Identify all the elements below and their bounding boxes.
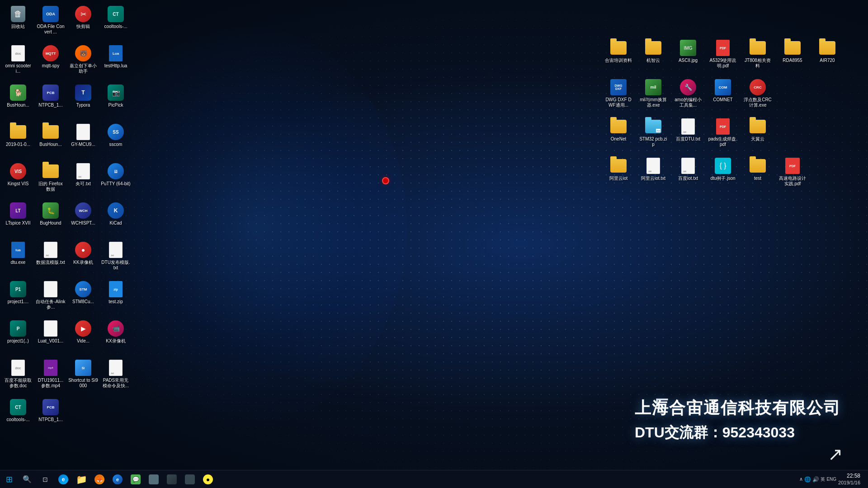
icon-wchispt[interactable]: WCH WCHISPT... — [67, 199, 99, 237]
icon-aliyun-iot-txt[interactable]: 阿里云iot.txt — [637, 154, 669, 192]
icon-a5329-pdf[interactable]: PDF A5329使用说明.pdf — [707, 36, 739, 75]
icon-shujuliumoban[interactable]: 数据流模版.txt — [35, 238, 66, 277]
icon-oda-file-convert[interactable]: ODA ODA File Convert ... — [35, 2, 66, 41]
icon-air720-folder[interactable]: AIR720 — [811, 36, 843, 75]
volume-icon[interactable]: 🔊 — [812, 476, 819, 483]
icon-jt808-folder[interactable]: JT808相关资料 — [742, 36, 774, 75]
icon-ltspice[interactable]: LT LTspice XVII — [2, 199, 34, 237]
icon-test-folder[interactable]: test — [742, 154, 774, 192]
icon-baixiang-dtu[interactable]: 百度DTU.txt — [672, 115, 704, 153]
task-view-button[interactable]: ⊡ — [36, 470, 54, 488]
icon-bushound-folder[interactable]: BusHoun... — [35, 120, 66, 159]
icon-mqtt-spy[interactable]: MQTT mqtt-spy — [35, 42, 66, 80]
icon-bushound-1[interactable]: 🐕 BusHoun... — [2, 81, 34, 119]
icon-sscom[interactable]: SS sscom — [100, 120, 132, 159]
icon-ntpcb1-b[interactable]: PCB NTPCB_1... — [35, 395, 66, 434]
icon-gaosudianlu-pdf[interactable]: PDF 高速电路设计实践.pdf — [777, 154, 808, 192]
icon-fudian-crc[interactable]: CRC 浮点数及CRC计算.exe — [742, 75, 774, 114]
icon-stm32-zip[interactable]: zip STM32 pcb.zip — [637, 115, 669, 153]
icon-dtu-json[interactable]: { } dtu例子.json — [707, 154, 739, 192]
icon-sscom-label: sscom — [109, 142, 123, 147]
icon-project1-a[interactable]: P1 project1.... — [2, 277, 34, 316]
icon-baidu-doc[interactable]: doc 百度不能获取参数.doc — [2, 356, 34, 394]
icon-cooltools2-label: cooltools-... — [6, 417, 29, 422]
icon-milmm-calc[interactable]: mil mil与mm换算器.exe — [637, 75, 669, 114]
icon-dtu-fabub[interactable]: DTU发布模版.txt — [100, 238, 132, 277]
icon-pads-pdf[interactable]: PDF pads生成焊盘.pdf — [707, 115, 739, 153]
icon-dtu-exe[interactable]: lua dtu.exe — [2, 238, 34, 277]
pacman-game-button[interactable]: ● — [199, 470, 217, 488]
icon-rda8955-folder[interactable]: RDA8955 — [777, 36, 808, 75]
icon-aliyun-iot-folder[interactable]: 阿里云iot — [603, 154, 634, 192]
icon-amo-tools[interactable]: 🔧 amo的编程小工具集... — [672, 75, 704, 114]
icon-baixiang-iot-txt[interactable]: 百度iot.txt — [672, 154, 704, 192]
icon-hexun-peixun[interactable]: 合宙培训资料 — [603, 36, 634, 75]
icon-omni-scooter[interactable]: doc omni scooter i... — [2, 42, 34, 80]
icon-yangke-label: 央可.txt — [75, 181, 90, 187]
icon-pads[interactable]: PADS常用无模命令及快... — [100, 356, 132, 394]
icon-project1-b[interactable]: P project1(..) — [2, 317, 34, 355]
icon-putty-label: PuTTY (64-bit) — [101, 181, 130, 187]
r-rda-label: RDA8955 — [783, 58, 802, 63]
icon-kx-camera[interactable]: 📹 KX录像机 — [100, 317, 132, 355]
icon-bughound[interactable]: 🐛 BugHound — [35, 199, 66, 237]
icon-kingst[interactable]: VIS Kingst VIS — [2, 160, 34, 198]
icon-kicad[interactable]: K KiCad — [100, 199, 132, 237]
icon-typora-label: Typora — [76, 103, 90, 108]
r-gaosupdf-label: 高速电路设计实践.pdf — [778, 176, 807, 187]
r-milmm-label: mil与mm换算器.exe — [638, 97, 668, 108]
icon-jizhi-yun[interactable]: 机智云 — [637, 36, 669, 75]
search-button[interactable]: 🔍 — [18, 470, 36, 488]
clock-date: 2019/1/16 — [838, 479, 860, 486]
icon-ascii-jpg[interactable]: IMG ASCII.jpg — [672, 36, 704, 75]
network-icon[interactable]: 🌐 — [804, 476, 811, 483]
show-desktop-button[interactable] — [862, 470, 864, 488]
eng-indicator[interactable]: ENG — [826, 477, 836, 482]
r-ascii-label: ASCII.jpg — [679, 58, 698, 63]
edge-taskbar-button[interactable]: e — [54, 470, 72, 488]
icon-gymcu9[interactable]: GY-MCU9... — [67, 120, 99, 159]
icon-old-firefox[interactable]: 旧的 Firefox 数据 — [35, 160, 66, 198]
unknown-app-3[interactable] — [181, 470, 199, 488]
icon-zidongrenwu[interactable]: 自动任务-Alink参... — [35, 277, 66, 316]
r-comnet-label: COMNET — [713, 97, 732, 103]
company-branding: 上海合宙通信科技有限公司 DTU交流群：952343033 — [635, 397, 841, 443]
icon-dtu190-mp4[interactable]: mp4 DTU19011...参数.mp4 — [35, 356, 66, 394]
ime-indicator[interactable]: 英 — [821, 476, 825, 483]
pacman-icon: ● — [203, 474, 213, 484]
icon-video-app[interactable]: ▶ Vide... — [67, 317, 99, 355]
clock-display[interactable]: 22:58 2019/1/16 — [838, 473, 860, 486]
icon-onenet-folder[interactable]: OneNet — [603, 115, 634, 153]
icon-kk-recorder[interactable]: ● KK录像机 — [67, 238, 99, 277]
icon-cooltools-1[interactable]: CT cooltools-... — [100, 2, 132, 41]
icon-dwg-dxf[interactable]: DWGDXF DWG DXF DWF通用... — [603, 75, 634, 114]
icon-yangke-txt[interactable]: 央可.txt — [67, 160, 99, 198]
icon-testzip[interactable]: zip test.zip — [100, 277, 132, 316]
tray-arrow-icon[interactable]: ∧ — [799, 476, 803, 482]
file-explorer-taskbar-button[interactable]: 📁 — [72, 470, 90, 488]
txt-icon-3 — [109, 242, 123, 258]
icon-comnet[interactable]: COM COMNET — [707, 75, 739, 114]
icon-putty[interactable]: 🖥 PuTTY (64-bit) — [100, 160, 132, 198]
icon-cooltools-2[interactable]: CT cooltools-... — [2, 395, 34, 434]
icon-luat[interactable]: Luat_V001... — [35, 317, 66, 355]
icon-recycle-bin[interactable]: 🗑 回收站 — [2, 2, 34, 41]
icon-stm8cu[interactable]: STM STM8Cu... — [67, 277, 99, 316]
icon-2019-folder[interactable]: 2019-01-0... — [2, 120, 34, 159]
icon-mqtt-label: mqtt-spy — [42, 63, 59, 69]
ie-taskbar-button[interactable]: e — [108, 470, 127, 488]
unknown-app-2[interactable] — [163, 470, 181, 488]
unknown-app-1[interactable] — [145, 470, 163, 488]
icon-kuaishouji[interactable]: ✂ 快剪辑 — [67, 2, 99, 41]
icon-testhttp-lua[interactable]: Lua testHttp.lua — [100, 42, 132, 80]
icon-picpick[interactable]: 📷 PicPick — [100, 81, 132, 119]
icon-tianyiyun-folder[interactable]: 天翼云 — [742, 115, 774, 153]
firefox-taskbar-button[interactable]: 🦊 — [90, 470, 108, 488]
start-button[interactable]: ⊞ — [0, 470, 18, 488]
icon-typora[interactable]: T Typora — [67, 81, 99, 119]
icon-jialichuang[interactable]: 🐻 嘉立创下单小助手 — [67, 42, 99, 80]
wechat-taskbar-button[interactable]: 💬 — [127, 470, 145, 488]
search-icon: 🔍 — [23, 475, 32, 483]
icon-ntpcb1[interactable]: PCB NTPCB_1... — [35, 81, 66, 119]
icon-shortcut-si9000[interactable]: Si Shortcut to Si9000 — [67, 356, 99, 394]
